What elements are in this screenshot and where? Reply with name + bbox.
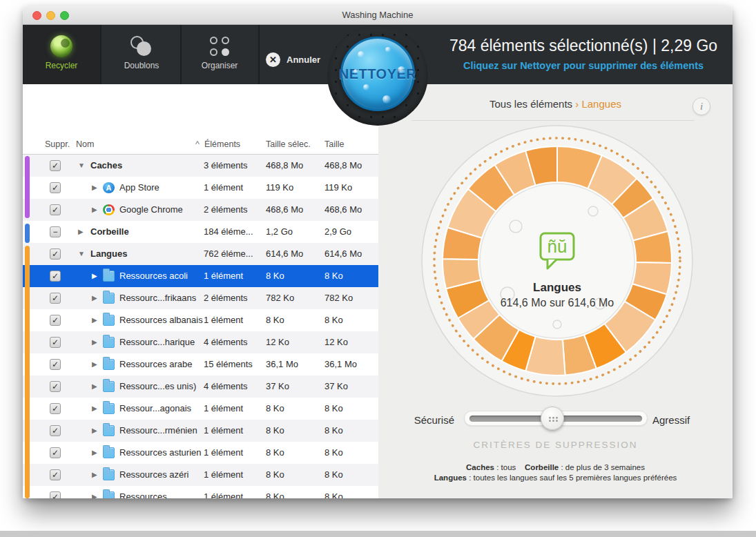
folder-icon [103, 403, 115, 414]
table-row[interactable]: ✓▶Ressourc...es unis)4 éléments37 Ko37 K… [23, 375, 378, 398]
col-nom[interactable]: Nom [76, 139, 94, 149]
table-row[interactable]: ✓▶Ressources acoli1 élément8 Ko8 Ko [23, 265, 378, 287]
folder-icon [103, 491, 115, 498]
table-row[interactable]: ✓▶Ressourc...rménien1 élément8 Ko8 Ko [23, 420, 378, 442]
row-checkbox[interactable]: ✓ [50, 271, 61, 282]
disclosure-triangle-icon[interactable]: ▶ [92, 177, 97, 199]
zoom-window-button[interactable] [60, 11, 69, 20]
row-total-size: 2,9 Go [324, 221, 351, 243]
row-checkbox[interactable]: ✓ [50, 403, 61, 414]
row-checkbox[interactable]: ✓ [50, 204, 61, 215]
table-row[interactable]: ✓▶Ressources azéri1 élément8 Ko8 Ko [23, 464, 378, 486]
row-elements-count: 1 élément [204, 442, 243, 464]
table-row[interactable]: ✓▶Ressources albanais1 élément8 Ko8 Ko [23, 309, 378, 331]
table-row[interactable]: −▶Corbeille184 éléme...1,2 Go2,9 Go [23, 221, 378, 243]
row-total-size: 36,1 Mo [324, 353, 357, 375]
disclosure-triangle-icon[interactable]: ▼ [78, 243, 85, 265]
row-name: Ressourc...es unis) [119, 375, 196, 398]
row-checkbox[interactable]: ✓ [50, 447, 61, 458]
row-checkbox[interactable]: ✓ [50, 315, 61, 326]
col-taille-selec[interactable]: Taille sélec. [266, 139, 311, 149]
slider-handle[interactable] [541, 407, 564, 430]
row-total-size: 8 Ko [324, 486, 343, 498]
slider-track[interactable] [469, 416, 642, 422]
nettoyer-button[interactable]: NETTOYER [340, 37, 415, 111]
row-elements-count: 15 éléments [204, 353, 253, 375]
grip-dots-icon [548, 416, 558, 422]
folder-icon [103, 359, 115, 370]
row-checkbox[interactable]: ✓ [50, 469, 61, 480]
breadcrumb-root[interactable]: Tous les éléments [490, 98, 572, 110]
row-total-size: 8 Ko [324, 420, 343, 442]
row-elements-count: 4 éléments [204, 375, 248, 398]
disclosure-triangle-icon[interactable]: ▶ [92, 398, 97, 420]
row-checkbox[interactable]: ✓ [50, 160, 61, 171]
row-checkbox[interactable]: ✓ [50, 359, 61, 370]
disclosure-triangle-icon[interactable]: ▶ [92, 442, 97, 464]
disclosure-triangle-icon[interactable]: ▶ [92, 287, 97, 309]
row-selected-size: 119 Ko [266, 177, 293, 199]
row-checkbox[interactable]: − [50, 226, 61, 237]
table-row[interactable]: ✓▶AApp Store1 élément119 Ko119 Ko [23, 177, 378, 199]
disclosure-triangle-icon[interactable]: ▶ [92, 375, 97, 398]
criteria-title: CRITÈRES DE SUPPRESSION [378, 440, 733, 450]
table-row[interactable]: ✓▶Ressourc...harique4 éléments12 Ko12 Ko [23, 331, 378, 353]
row-selected-size: 8 Ko [266, 265, 284, 287]
row-selected-size: 36,1 Mo [266, 353, 298, 375]
organiser-button[interactable]: Organiser [181, 25, 260, 84]
slider-label-aggressive: Agressif [652, 414, 690, 426]
row-checkbox[interactable]: ✓ [50, 248, 61, 260]
svg-text:614,6 Mo sur 614,6 Mo: 614,6 Mo sur 614,6 Mo [501, 297, 614, 309]
disclosure-triangle-icon[interactable]: ▶ [92, 331, 97, 353]
row-checkbox[interactable]: ✓ [50, 381, 61, 392]
doublons-button[interactable]: Doublons [103, 25, 182, 84]
table-row[interactable]: ✓▶Ressour...agonais1 élément8 Ko8 Ko [23, 398, 378, 420]
disclosure-triangle-icon[interactable]: ▶ [78, 221, 84, 243]
folder-icon [103, 293, 115, 304]
col-elements[interactable]: Éléments [204, 139, 240, 149]
row-checkbox[interactable]: ✓ [50, 491, 61, 498]
disclosure-triangle-icon[interactable]: ▶ [92, 353, 97, 375]
aggressiveness-slider-row: Sécurisé Agressif [378, 409, 733, 433]
recycler-button[interactable]: Recycler [23, 25, 101, 84]
disclosure-triangle-icon[interactable]: ▶ [92, 265, 97, 287]
row-checkbox[interactable]: ✓ [50, 182, 61, 193]
disclosure-triangle-icon[interactable]: ▶ [92, 464, 97, 486]
disclosure-triangle-icon[interactable]: ▶ [92, 420, 97, 442]
disclosure-triangle-icon[interactable]: ▼ [78, 155, 85, 177]
col-taille[interactable]: Taille [324, 139, 345, 149]
row-elements-count: 2 éléments [204, 199, 248, 221]
row-checkbox[interactable]: ✓ [50, 337, 61, 348]
table-row[interactable]: ✓▶Ressources arabe15 éléments36,1 Mo36,1… [23, 353, 378, 375]
table-row[interactable]: ✓▶Google Chrome2 éléments468,6 Mo468,6 M… [23, 199, 378, 221]
row-total-size: 614,6 Mo [324, 243, 362, 265]
row-checkbox[interactable]: ✓ [50, 293, 61, 304]
row-selected-size: 8 Ko [266, 420, 284, 442]
slider-label-secure: Sécurisé [413, 414, 454, 426]
table-row[interactable]: ✓▼Caches3 éléments468,8 Mo468,8 Mo [23, 155, 378, 177]
minimize-window-button[interactable] [46, 11, 55, 20]
table-row[interactable]: ✓▶Ressources1 élément8 Ko8 Ko [23, 486, 378, 498]
row-selected-size: 1,2 Go [266, 221, 293, 243]
breadcrumb[interactable]: Tous les éléments › Langues [378, 98, 733, 110]
size-ring-chart: ñŭ Langues 614,6 Mo sur 614,6 Mo [419, 123, 695, 399]
row-name: Langues [90, 243, 127, 265]
table-row[interactable]: ✓▶Ressourc...frikaans2 éléments782 Ko782… [23, 287, 378, 309]
desktop-bottom-strip [0, 531, 756, 537]
nettoyer-hint-link[interactable]: Cliquez sur Nettoyer pour supprimer des … [437, 60, 730, 71]
close-window-button[interactable] [32, 11, 41, 20]
disclosure-triangle-icon[interactable]: ▶ [92, 199, 97, 221]
annuler-button[interactable]: ✕ Annuler [266, 51, 320, 68]
row-checkbox[interactable]: ✓ [50, 425, 61, 436]
disclosure-triangle-icon[interactable]: ▶ [92, 486, 97, 498]
appstore-icon: A [103, 182, 115, 193]
table-row[interactable]: ✓▼Langues762 éléme...614,6 Mo614,6 Mo [23, 243, 378, 265]
col-suppr[interactable]: Suppr. [45, 139, 70, 149]
disclosure-triangle-icon[interactable]: ▶ [92, 309, 97, 331]
row-selected-size: 614,6 Mo [266, 243, 303, 265]
row-elements-count: 4 éléments [204, 331, 248, 353]
row-elements-count: 1 élément [204, 486, 243, 498]
row-name: Ressources [119, 486, 167, 498]
info-icon[interactable]: i [692, 97, 710, 115]
table-row[interactable]: ✓▶Ressources asturien1 élément8 Ko8 Ko [23, 442, 378, 464]
